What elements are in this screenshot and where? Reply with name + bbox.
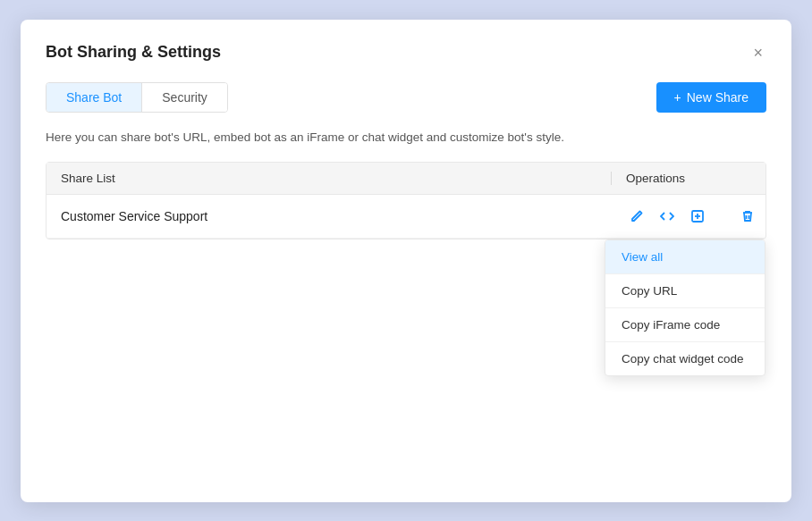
tab-security[interactable]: Security bbox=[142, 83, 227, 112]
edit-icon bbox=[630, 209, 644, 223]
col-operations-header: Operations bbox=[626, 172, 751, 185]
plus-icon: + bbox=[674, 90, 681, 105]
dropdown-menu: View all Copy URL Copy iFrame code Copy … bbox=[605, 239, 765, 376]
new-share-button[interactable]: + New Share bbox=[656, 82, 766, 113]
share-plus-icon-button[interactable] bbox=[687, 207, 708, 225]
row-operations: View all Copy URL Copy iFrame code Copy … bbox=[626, 207, 751, 225]
share-table: Share List Operations Customer Service S… bbox=[46, 162, 766, 239]
col-header-divider bbox=[611, 172, 612, 185]
plus-square-icon bbox=[690, 209, 705, 223]
delete-icon-button[interactable] bbox=[737, 207, 758, 225]
dropdown-item-copy-widget[interactable]: Copy chat widget code bbox=[605, 342, 765, 375]
description-text: Here you can share bot's URL, embed bot … bbox=[46, 130, 766, 144]
dropdown-item-copy-url[interactable]: Copy URL bbox=[605, 274, 765, 308]
dropdown-item-view-all[interactable]: View all bbox=[605, 240, 765, 274]
edit-icon-button[interactable] bbox=[626, 207, 647, 225]
delete-icon bbox=[740, 209, 755, 223]
dropdown-item-copy-iframe[interactable]: Copy iFrame code bbox=[605, 308, 765, 342]
table-header: Share List Operations bbox=[47, 163, 765, 195]
tab-share-bot[interactable]: Share Bot bbox=[47, 83, 142, 112]
modal-header: Bot Sharing & Settings × bbox=[46, 41, 766, 64]
new-share-label: New Share bbox=[687, 90, 749, 105]
embed-code-icon-button[interactable] bbox=[656, 207, 678, 225]
table-row: Customer Service Support bbox=[47, 195, 765, 239]
modal-container: Bot Sharing & Settings × Share Bot Secur… bbox=[21, 20, 791, 502]
close-button[interactable]: × bbox=[749, 41, 766, 64]
tab-group: Share Bot Security bbox=[46, 82, 228, 113]
modal-title: Bot Sharing & Settings bbox=[46, 43, 221, 62]
code-icon bbox=[660, 209, 674, 223]
tabs-action-row: Share Bot Security + New Share bbox=[46, 82, 766, 113]
row-name: Customer Service Support bbox=[61, 209, 626, 223]
col-share-list-header: Share List bbox=[61, 172, 596, 185]
